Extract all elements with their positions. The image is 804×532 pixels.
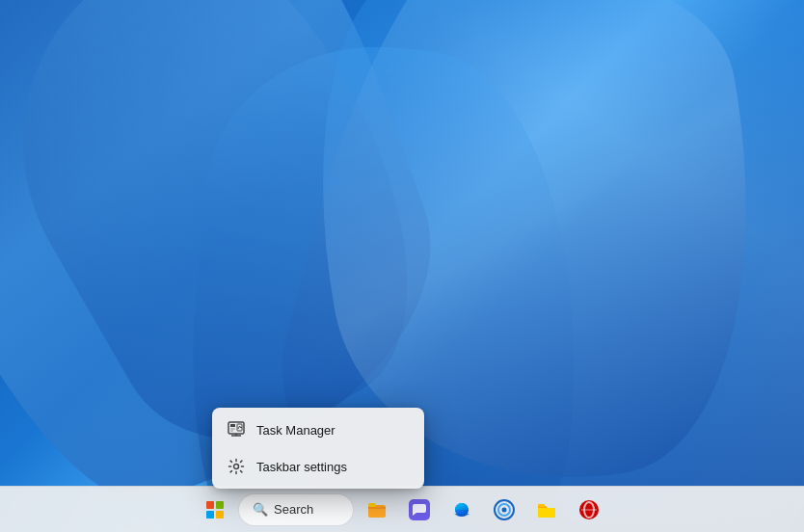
start-button[interactable] xyxy=(196,491,234,529)
context-menu: Task Manager Taskbar settings xyxy=(212,408,424,489)
file-explorer-icon xyxy=(366,499,388,520)
search-button[interactable]: 🔍 Search xyxy=(238,493,354,526)
opera-button[interactable] xyxy=(570,491,608,529)
svg-rect-2 xyxy=(230,429,235,430)
svg-rect-3 xyxy=(230,431,233,432)
files-button[interactable] xyxy=(527,491,566,529)
settings-icon xyxy=(228,458,245,475)
canary-button[interactable] xyxy=(485,491,523,529)
opera-gx-icon xyxy=(578,499,600,520)
task-manager-menu-item[interactable]: Task Manager xyxy=(212,412,424,448)
svg-rect-1 xyxy=(230,424,235,427)
files-icon xyxy=(536,499,557,520)
task-manager-icon xyxy=(228,421,245,439)
edge-button[interactable] xyxy=(442,491,481,529)
windows-logo-icon xyxy=(206,501,224,519)
search-label: Search xyxy=(274,502,313,517)
svg-point-7 xyxy=(234,465,239,469)
edge-icon xyxy=(451,499,472,520)
taskbar-settings-label: Taskbar settings xyxy=(256,460,347,474)
task-manager-label: Task Manager xyxy=(256,423,335,438)
taskbar-settings-menu-item[interactable]: Taskbar settings xyxy=(212,448,424,485)
taskbar-center: 🔍 Search xyxy=(196,491,608,529)
svg-rect-9 xyxy=(368,503,376,507)
taskbar: 🔍 Search xyxy=(0,486,804,532)
svg-point-13 xyxy=(502,507,507,512)
svg-rect-14 xyxy=(538,504,545,507)
messenger-icon xyxy=(409,499,430,520)
search-icon: 🔍 xyxy=(253,502,268,517)
desktop: Task Manager Taskbar settings xyxy=(0,0,804,532)
file-explorer-button[interactable] xyxy=(358,491,396,529)
canary-icon xyxy=(494,499,515,520)
messenger-button[interactable] xyxy=(400,491,439,529)
